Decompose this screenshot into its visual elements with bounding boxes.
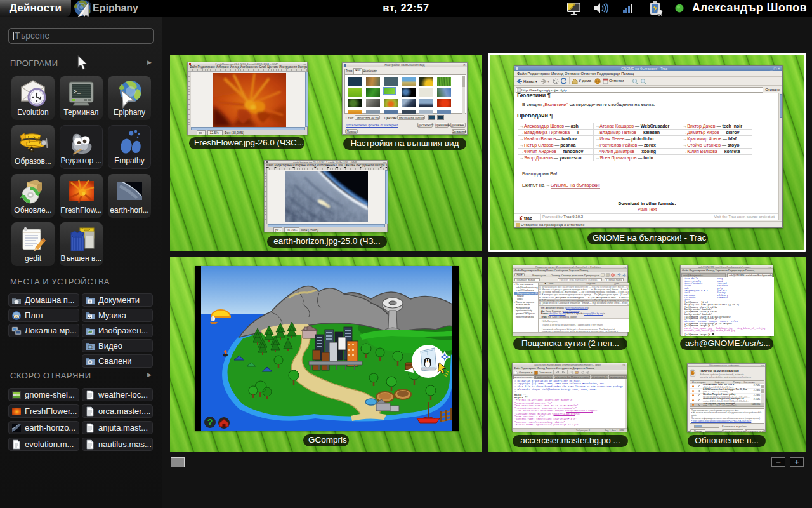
svg-text:trac: trac	[524, 216, 532, 220]
svg-text:?: ?	[207, 417, 213, 427]
svg-text:>_: >_	[74, 89, 81, 95]
